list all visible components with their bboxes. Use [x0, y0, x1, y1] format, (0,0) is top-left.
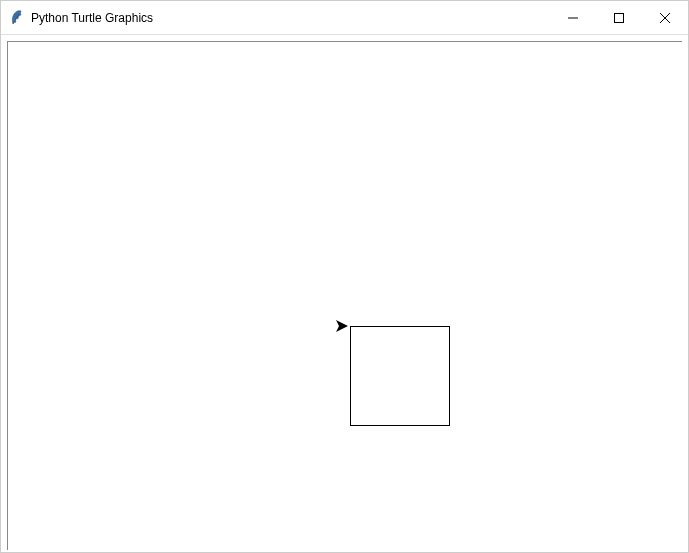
minimize-button[interactable]: [550, 1, 596, 34]
window-title: Python Turtle Graphics: [31, 11, 550, 25]
turtle-canvas: [7, 41, 682, 550]
minimize-icon: [568, 13, 578, 23]
feather-icon: [9, 10, 25, 26]
close-icon: [660, 13, 670, 23]
app-window: Python Turtle Graphics: [0, 0, 689, 553]
svg-rect-2: [615, 13, 624, 22]
maximize-icon: [614, 13, 624, 23]
maximize-button[interactable]: [596, 1, 642, 34]
drawn-square: [350, 326, 450, 426]
close-button[interactable]: [642, 1, 688, 34]
window-controls: [550, 1, 688, 34]
content-frame: [1, 35, 688, 552]
svg-marker-5: [336, 320, 348, 332]
titlebar: Python Turtle Graphics: [1, 1, 688, 35]
